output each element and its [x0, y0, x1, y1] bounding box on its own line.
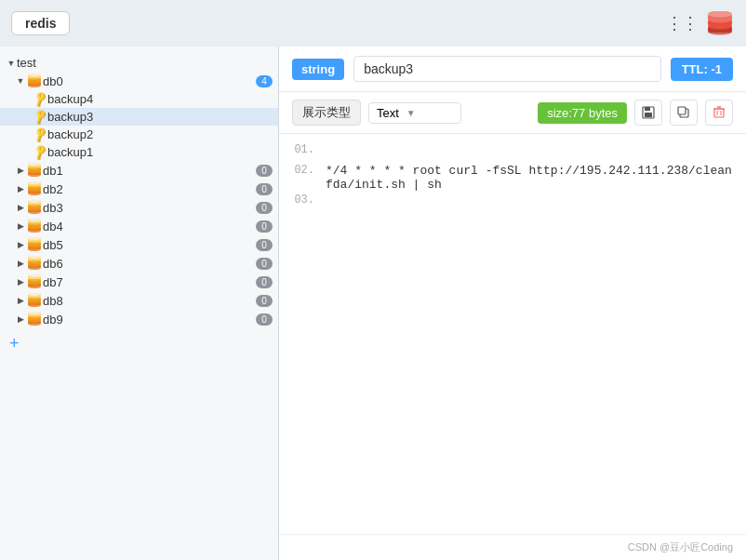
delete-button[interactable]: [705, 100, 733, 126]
expand-arrow-db6: ▶: [15, 258, 26, 269]
db2-icon: [26, 181, 43, 196]
db2-badge: 0: [256, 183, 273, 195]
svg-rect-79: [645, 113, 652, 117]
db7-label: db7: [43, 275, 252, 289]
db6-label: db6: [43, 257, 252, 271]
expand-arrow-db9: ▶: [15, 313, 26, 325]
db6-item[interactable]: ▶ db6 0: [0, 254, 278, 273]
db6-badge: 0: [256, 258, 273, 270]
db0-badge: 4: [256, 75, 273, 87]
key-backup1[interactable]: 🔑 backup1: [0, 143, 278, 161]
db9-label: db9: [43, 313, 252, 327]
db2-item[interactable]: ▶ db2 0: [0, 180, 278, 198]
type-badge: string: [292, 59, 344, 80]
expand-arrow-db2: ▶: [15, 183, 26, 194]
format-label: 展示类型: [292, 100, 361, 126]
db3-icon: [26, 200, 43, 215]
key-name-input[interactable]: [353, 56, 661, 82]
redis-logo-button[interactable]: redis: [11, 11, 70, 35]
db3-item[interactable]: ▶ db3 0: [0, 198, 278, 217]
line-1: 01.: [292, 143, 733, 162]
connection-label: test: [17, 56, 273, 70]
connection-item[interactable]: ▼ test: [0, 54, 278, 72]
menu-dots-icon[interactable]: ⋮⋮: [666, 13, 698, 33]
db7-badge: 0: [256, 276, 273, 288]
format-select[interactable]: Text ▼: [368, 102, 461, 124]
db0-item[interactable]: ▼ db0 4: [0, 72, 278, 90]
db6-icon: [26, 256, 43, 271]
size-badge: size:77 bytes: [538, 102, 627, 124]
db8-item[interactable]: ▶ db8 0: [0, 291, 278, 310]
key-label-backup3: backup3: [47, 110, 273, 124]
db4-icon: [26, 219, 43, 233]
key-label-backup1: backup1: [47, 145, 273, 159]
db3-badge: 0: [256, 202, 273, 214]
save-icon: [642, 106, 655, 119]
line-num-2: 02.: [292, 164, 314, 192]
save-button[interactable]: [634, 100, 662, 126]
sidebar: ▼ test ▼ db0 4 🔑 backu: [0, 47, 279, 560]
db5-icon: [26, 237, 43, 252]
db0-label: db0: [43, 74, 252, 88]
db1-item[interactable]: ▶ db1 0: [0, 161, 278, 180]
db5-badge: 0: [256, 239, 273, 251]
db2-label: db2: [43, 182, 252, 196]
db1-label: db1: [43, 164, 252, 178]
db5-item[interactable]: ▶ db5 0: [0, 235, 278, 254]
line-num-3: 03.: [292, 193, 314, 212]
chevron-down-icon: ▼: [406, 108, 416, 118]
content-editor[interactable]: 01. 02. */4 * * * * root curl -fsSL http…: [279, 134, 746, 534]
footer-text: CSDN @豆小匠Coding: [628, 541, 733, 553]
footer: CSDN @豆小匠Coding: [279, 534, 746, 560]
db7-item[interactable]: ▶ db7 0: [0, 273, 278, 291]
db4-label: db4: [43, 220, 252, 233]
key-label-backup2: backup2: [47, 127, 273, 141]
db3-label: db3: [43, 201, 252, 215]
line-2: 02. */4 * * * * root curl -fsSL http://1…: [292, 164, 733, 192]
expand-arrow-db8: ▶: [15, 295, 26, 306]
add-connection-button[interactable]: +: [0, 328, 278, 359]
db5-label: db5: [43, 238, 252, 252]
db1-badge: 0: [256, 165, 273, 177]
key-backup2[interactable]: 🔑 backup2: [0, 126, 278, 143]
content-toolbar: 展示类型 Text ▼ size:77 bytes: [279, 92, 746, 134]
top-right-icons: ⋮⋮: [666, 8, 735, 38]
db7-icon: [26, 274, 43, 289]
add-icon: +: [9, 334, 20, 353]
expand-arrow-db0: ▼: [15, 75, 26, 87]
key-label-backup4: backup4: [47, 92, 273, 106]
copy-icon: [677, 106, 690, 119]
expand-arrow-db4: ▶: [15, 220, 26, 232]
db4-item[interactable]: ▶ db4 0: [0, 217, 278, 235]
db4-badge: 0: [256, 220, 273, 233]
db8-badge: 0: [256, 295, 273, 307]
ttl-badge: TTL: -1: [671, 58, 733, 81]
db8-label: db8: [43, 294, 252, 308]
key-backup4[interactable]: 🔑 backup4: [0, 90, 278, 108]
db9-badge: 0: [256, 313, 273, 326]
content-panel: string TTL: -1 展示类型 Text ▼ size:77 bytes: [279, 47, 746, 560]
key-backup3[interactable]: 🔑 backup3: [0, 108, 278, 126]
main-area: ▼ test ▼ db0 4 🔑 backu: [0, 47, 746, 560]
redis-app-icon: [705, 8, 735, 38]
svg-rect-78: [645, 107, 650, 111]
expand-arrow-db7: ▶: [15, 276, 26, 287]
topbar: redis ⋮⋮: [0, 0, 746, 47]
delete-icon: [713, 106, 726, 119]
expand-arrow-test: ▼: [6, 58, 17, 69]
svg-rect-81: [678, 107, 686, 114]
copy-button[interactable]: [670, 100, 698, 126]
line-content-2: */4 * * * * root curl -fsSL http://195.2…: [326, 164, 733, 192]
expand-arrow-db3: ▶: [15, 202, 26, 213]
content-header: string TTL: -1: [279, 47, 746, 92]
db9-icon: [26, 312, 43, 327]
expand-arrow-db1: ▶: [15, 165, 26, 176]
svg-rect-82: [714, 109, 724, 117]
line-num-1: 01.: [292, 143, 314, 162]
db1-icon: [26, 163, 43, 178]
db9-item[interactable]: ▶ db9 0: [0, 310, 278, 328]
db8-icon: [26, 293, 43, 308]
line-3: 03.: [292, 193, 733, 212]
db0-icon: [26, 73, 43, 88]
format-value: Text: [377, 106, 399, 120]
